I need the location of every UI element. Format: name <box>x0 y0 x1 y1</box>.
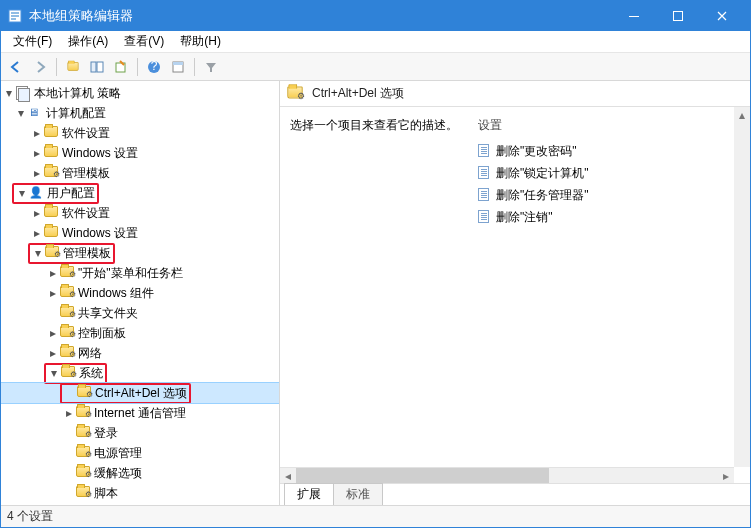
menu-view[interactable]: 查看(V) <box>116 31 172 52</box>
tree-item[interactable]: ▸ Internet 通信管理 <box>1 403 279 423</box>
scroll-thumb[interactable] <box>296 468 549 483</box>
properties-button[interactable] <box>167 56 189 78</box>
status-bar: 4 个设置 <box>1 505 750 527</box>
expand-icon[interactable]: ▸ <box>31 127 43 139</box>
details-header: Ctrl+Alt+Del 选项 <box>280 81 750 107</box>
tree-item[interactable]: 共享文件夹 <box>1 303 279 323</box>
tree-item[interactable]: ▸ 管理模板 <box>1 163 279 183</box>
expand-icon[interactable]: ▾ <box>32 247 44 259</box>
help-button[interactable]: ? <box>143 56 165 78</box>
minimize-button[interactable] <box>612 1 656 31</box>
menu-help[interactable]: 帮助(H) <box>172 31 229 52</box>
tree-item[interactable]: 登录 <box>1 423 279 443</box>
tree-item[interactable]: ▸ Windows 设置 <box>1 143 279 163</box>
tree-cad-options[interactable]: Ctrl+Alt+Del 选项 <box>1 383 279 403</box>
folder-icon <box>76 486 90 500</box>
expand-icon[interactable]: ▸ <box>47 347 59 359</box>
expand-icon[interactable]: ▾ <box>15 107 27 119</box>
toolbar-separator <box>56 58 57 76</box>
spacer-icon <box>63 427 75 439</box>
tree-item[interactable]: ▸ 软件设置 <box>1 203 279 223</box>
horizontal-scrollbar[interactable]: ◂ ▸ <box>280 467 734 483</box>
tree-label: "开始"菜单和任务栏 <box>78 265 183 282</box>
tree-item[interactable]: ▸ 软件设置 <box>1 123 279 143</box>
vertical-scrollbar[interactable]: ▴ <box>734 107 750 467</box>
tree-item[interactable]: ▸ 网络 <box>1 343 279 363</box>
forward-button[interactable] <box>29 56 51 78</box>
expand-icon[interactable]: ▸ <box>47 267 59 279</box>
expand-icon[interactable]: ▸ <box>31 167 43 179</box>
tree-admin-templates-user[interactable]: ▾ 管理模板 <box>1 243 279 263</box>
status-text: 4 个设置 <box>7 508 53 525</box>
folder-icon <box>44 206 58 220</box>
folder-icon <box>76 466 90 480</box>
tree-computer-config[interactable]: ▾ 🖥 计算机配置 <box>1 103 279 123</box>
expand-icon[interactable]: ▾ <box>48 367 60 379</box>
setting-row[interactable]: 删除"锁定计算机" <box>478 162 740 184</box>
details-panel: Ctrl+Alt+Del 选项 选择一个项目来查看它的描述。 设置 删除"更改密… <box>280 81 750 505</box>
app-icon <box>7 8 23 24</box>
tree-item[interactable]: ▸ Windows 设置 <box>1 223 279 243</box>
folder-icon <box>76 406 90 420</box>
window-root: 本地组策略编辑器 文件(F) 操作(A) 查看(V) 帮助(H) ? <box>0 0 751 528</box>
tree-item[interactable]: 缓解选项 <box>1 463 279 483</box>
tree-label: Windows 设置 <box>62 225 138 242</box>
scroll-right-button[interactable]: ▸ <box>718 468 734 483</box>
tree-label: Windows 设置 <box>62 145 138 162</box>
tree-user-config[interactable]: ▾ 👤 用户配置 <box>1 183 279 203</box>
toolbar: ? <box>1 53 750 81</box>
svg-rect-3 <box>11 18 16 20</box>
tree-item[interactable]: 脚本 <box>1 483 279 503</box>
tree-item[interactable]: ▸ "开始"菜单和任务栏 <box>1 263 279 283</box>
show-hide-tree-button[interactable] <box>86 56 108 78</box>
setting-row[interactable]: 删除"注销" <box>478 206 740 228</box>
maximize-button[interactable] <box>656 1 700 31</box>
expand-icon[interactable]: ▸ <box>63 407 75 419</box>
scroll-up-button[interactable]: ▴ <box>734 107 750 123</box>
tree-label: 共享文件夹 <box>78 305 138 322</box>
close-button[interactable] <box>700 1 744 31</box>
tab-extended[interactable]: 扩展 <box>284 483 334 505</box>
settings-header[interactable]: 设置 <box>478 117 740 134</box>
setting-label: 删除"更改密码" <box>496 143 577 160</box>
tree-root[interactable]: ▾ 本地计算机 策略 <box>1 83 279 103</box>
toolbar-separator <box>137 58 138 76</box>
tree-item[interactable]: 电源管理 <box>1 443 279 463</box>
setting-label: 删除"锁定计算机" <box>496 165 589 182</box>
expand-icon[interactable]: ▸ <box>31 147 43 159</box>
folder-icon <box>60 326 74 340</box>
tree-label: Windows 组件 <box>78 285 154 302</box>
expand-icon[interactable]: ▸ <box>47 287 59 299</box>
svg-rect-5 <box>674 12 683 21</box>
expand-icon[interactable]: ▾ <box>3 87 15 99</box>
content-area: ▾ 本地计算机 策略 ▾ 🖥 计算机配置 ▸ 软件设置 ▸ W <box>1 81 750 505</box>
expand-icon[interactable]: ▾ <box>16 187 28 199</box>
folder-icon <box>76 446 90 460</box>
description-column: 选择一个项目来查看它的描述。 <box>290 117 450 483</box>
scroll-left-button[interactable]: ◂ <box>280 468 296 483</box>
tree-label: 控制面板 <box>78 325 126 342</box>
svg-rect-2 <box>11 15 19 17</box>
menu-file[interactable]: 文件(F) <box>5 31 60 52</box>
tree-item[interactable]: ▸ 控制面板 <box>1 323 279 343</box>
expand-icon[interactable]: ▸ <box>31 227 43 239</box>
setting-row[interactable]: 删除"更改密码" <box>478 140 740 162</box>
expand-icon[interactable]: ▸ <box>31 207 43 219</box>
tree-panel: ▾ 本地计算机 策略 ▾ 🖥 计算机配置 ▸ 软件设置 ▸ W <box>1 81 280 505</box>
tree-item[interactable]: ▸ Windows 组件 <box>1 283 279 303</box>
menu-action[interactable]: 操作(A) <box>60 31 116 52</box>
tab-standard[interactable]: 标准 <box>333 483 383 505</box>
tree-system[interactable]: ▾ 系统 <box>1 363 279 383</box>
up-button[interactable] <box>62 56 84 78</box>
policy-root-icon <box>16 86 30 100</box>
setting-row[interactable]: 删除"任务管理器" <box>478 184 740 206</box>
window-title: 本地组策略编辑器 <box>29 7 612 25</box>
expand-icon[interactable]: ▸ <box>47 327 59 339</box>
filter-button[interactable] <box>200 56 222 78</box>
tree-label: 电源管理 <box>94 445 142 462</box>
scroll-track[interactable] <box>296 468 718 483</box>
back-button[interactable] <box>5 56 27 78</box>
tree-label: 管理模板 <box>62 165 110 182</box>
tree-label: Internet 通信管理 <box>94 405 186 422</box>
export-button[interactable] <box>110 56 132 78</box>
